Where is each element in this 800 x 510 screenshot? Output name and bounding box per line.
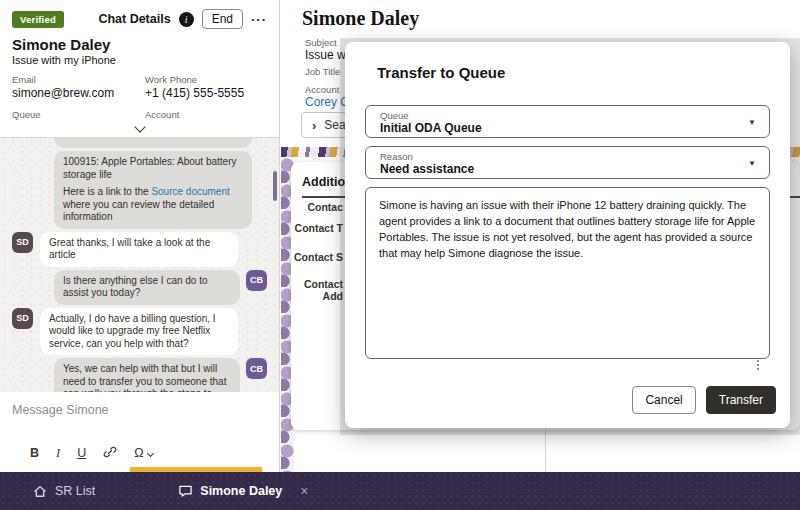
- chat-message: Yes, we can help with that but I will ne…: [12, 358, 267, 392]
- queue-label: Queue: [12, 109, 145, 120]
- close-tab-icon[interactable]: ×: [300, 484, 308, 498]
- overflow-menu-icon[interactable]: ···: [251, 12, 267, 27]
- underline-icon[interactable]: U: [77, 447, 86, 460]
- message-text: Actually, I do have a billing question, …: [49, 313, 216, 349]
- message-text: Yes, we can help with that but I will ne…: [63, 363, 227, 392]
- queue-select-label: Queue: [380, 110, 409, 121]
- card-field-labels: ContacContact TContact SContact Add: [291, 201, 343, 302]
- app-root: Verified Chat Details i End ··· Simone D…: [0, 0, 800, 510]
- dropdown-arrow-icon: ▼: [748, 159, 756, 168]
- avatar: CB: [246, 358, 267, 379]
- kebab-menu-icon[interactable]: [757, 360, 759, 370]
- account-label: Account: [305, 84, 339, 95]
- email-value: simone@brew.com: [12, 86, 145, 100]
- email-label: Email: [12, 74, 145, 85]
- omega-icon: Ω: [134, 447, 143, 460]
- subject-label: Subject: [305, 37, 337, 48]
- reason-select-value: Need assistance: [380, 162, 474, 176]
- chevron-down-icon: [134, 121, 145, 132]
- message-text: 100915: Apple Portables: About battery s…: [63, 156, 236, 180]
- chat-message-list: 100915: Apple Portables: About battery s…: [0, 138, 279, 392]
- card-field-label: Contac: [291, 201, 343, 213]
- chat-message: SDGreat thanks, I will take a look at th…: [12, 232, 267, 267]
- message-text: Here is a link to the: [63, 186, 151, 197]
- chat-bubble: Is there anything else I can do to assis…: [54, 270, 240, 305]
- chevron-down-icon: [147, 450, 154, 457]
- reason-select[interactable]: Reason Need assistance ▼: [365, 146, 770, 179]
- home-icon: [32, 484, 48, 499]
- message-composer[interactable]: Message Simone B I U Ω: [0, 392, 279, 472]
- reason-select-label: Reason: [380, 151, 413, 162]
- taskbar: SR List Simone Daley ×: [0, 472, 800, 510]
- insert-link-icon[interactable]: [103, 445, 117, 462]
- chat-bubble: Actually, I do have a billing question, …: [40, 308, 238, 356]
- composer-toolbar: B I U Ω: [30, 445, 153, 462]
- end-chat-button[interactable]: End: [202, 9, 243, 29]
- message-text: Is there anything else I can do to assis…: [63, 275, 208, 299]
- dropdown-arrow-icon: ▼: [748, 118, 756, 127]
- composer-placeholder[interactable]: Message Simone: [12, 403, 109, 417]
- chat-scrollbar-thumb[interactable]: [273, 171, 277, 201]
- avatar: SD: [12, 308, 33, 329]
- work-phone-label: Work Phone: [145, 74, 267, 85]
- avatar: SD: [12, 232, 33, 253]
- cancel-button[interactable]: Cancel: [632, 386, 695, 414]
- transfer-summary-textarea[interactable]: Simone is having an issue with their iPh…: [365, 187, 770, 359]
- source-document-link[interactable]: Source document: [151, 186, 229, 197]
- info-icon[interactable]: i: [179, 12, 194, 27]
- chat-header: Verified Chat Details i End ··· Simone D…: [0, 0, 279, 138]
- queue-select[interactable]: Queue Initial ODA Queue ▼: [365, 105, 770, 138]
- taskbar-label: SR List: [55, 484, 95, 498]
- chat-subject: Issue with my iPhone: [12, 54, 267, 66]
- job-title-label: Job Title: [305, 66, 340, 77]
- card-field-label: Contact Add: [291, 278, 343, 302]
- chat-message: 100915: Apple Portables: About battery s…: [12, 151, 267, 229]
- message-text: Great thanks, I will take a look at the …: [49, 237, 210, 261]
- chat-details-label: Chat Details: [98, 12, 170, 26]
- taskbar-item-sr-list[interactable]: SR List: [32, 484, 95, 499]
- italic-icon[interactable]: I: [56, 447, 60, 460]
- queue-select-value: Initial ODA Queue: [380, 121, 482, 135]
- avatar: CB: [246, 270, 267, 291]
- chat-bubble: 100915: Apple Portables: About battery s…: [54, 151, 252, 229]
- chat-bubble-icon: [178, 484, 193, 498]
- chat-message: SDActually, I do have a billing question…: [12, 308, 267, 356]
- card-field-label: Contact T: [291, 222, 343, 234]
- taskbar-tab-label: Simone Daley: [200, 484, 282, 498]
- taskbar-tab-simone-daley[interactable]: Simone Daley ×: [178, 484, 308, 498]
- chat-message: Is there anything else I can do to assis…: [12, 270, 267, 305]
- bold-icon[interactable]: B: [30, 447, 39, 460]
- dialog-title: Transfer to Queue: [377, 64, 505, 81]
- message-text: where you can review the detailed inform…: [63, 199, 214, 223]
- transfer-to-queue-dialog: Transfer to Queue Queue Initial ODA Queu…: [345, 42, 790, 428]
- chat-message: [12, 138, 267, 148]
- page-title: Simone Daley: [302, 7, 419, 30]
- chat-bubble: [54, 138, 252, 148]
- contact-name: Simone Daley: [12, 36, 267, 53]
- chat-bubble: Great thanks, I will take a look at the …: [40, 232, 238, 267]
- transfer-button[interactable]: Transfer: [706, 386, 776, 414]
- card-field-label: Contact S: [291, 251, 343, 263]
- account-label: Account: [145, 109, 267, 120]
- special-characters-menu[interactable]: Ω: [134, 447, 152, 460]
- chevron-right-icon: ›: [312, 118, 316, 133]
- chat-bubble: Yes, we can help with that but I will ne…: [54, 358, 240, 392]
- work-phone-value: +1 (415) 555-5555: [145, 86, 267, 100]
- verified-badge: Verified: [12, 11, 64, 28]
- header-collapse-button[interactable]: [12, 120, 267, 135]
- dialog-footer: Cancel Transfer: [632, 386, 776, 414]
- chat-panel: Verified Chat Details i End ··· Simone D…: [0, 0, 280, 472]
